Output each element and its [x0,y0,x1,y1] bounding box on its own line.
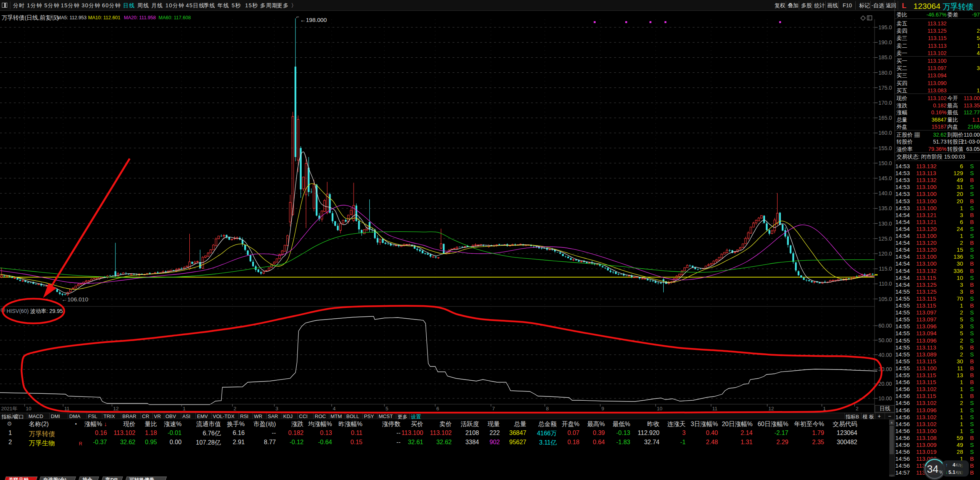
svg-text:105.0: 105.0 [878,296,892,302]
svg-text:195.0: 195.0 [878,24,892,30]
svg-text:11: 11 [712,406,718,411]
svg-text:165.0: 165.0 [878,115,892,121]
svg-text:155.0: 155.0 [878,145,892,151]
svg-text:7: 7 [492,406,495,411]
svg-text:2: 2 [234,406,236,411]
svg-text:6: 6 [436,406,439,411]
svg-text:←198.000: ←198.000 [300,17,327,23]
svg-text:10.00: 10.00 [878,395,892,401]
svg-text:175.0: 175.0 [878,85,892,91]
svg-text:5: 5 [386,406,388,411]
svg-text:160.0: 160.0 [878,130,892,136]
svg-text:115.0: 115.0 [879,266,892,272]
svg-text:8: 8 [546,406,549,411]
svg-text:1: 1 [183,406,185,411]
svg-text:12: 12 [113,406,119,411]
svg-text:50.00: 50.00 [878,337,892,343]
svg-text:10: 10 [26,406,31,411]
svg-text:125.0: 125.0 [878,236,892,242]
svg-text:180.0: 180.0 [878,70,892,76]
svg-text:185.0: 185.0 [878,54,892,60]
svg-text:20.00: 20.00 [878,381,892,387]
svg-text:135.0: 135.0 [878,205,892,211]
svg-text:12: 12 [768,406,774,411]
svg-text:120.0: 120.0 [878,251,892,257]
svg-text:2021年: 2021年 [1,406,17,411]
svg-text:140.0: 140.0 [878,190,892,196]
svg-text:9: 9 [601,406,604,411]
svg-text:日线: 日线 [880,405,890,411]
svg-text:60.00: 60.00 [878,323,892,329]
svg-text:130.0: 130.0 [878,221,892,227]
svg-text:30.00: 30.00 [878,366,892,372]
svg-text:11: 11 [64,406,70,411]
svg-text:145.0: 145.0 [878,175,892,181]
svg-text:170.0: 170.0 [878,100,892,106]
svg-text:4: 4 [333,406,336,411]
svg-text:3: 3 [275,406,278,411]
svg-text:190.0: 190.0 [878,39,892,45]
svg-text:2: 2 [856,406,858,411]
svg-text:10: 10 [657,406,662,411]
svg-text:40.00: 40.00 [878,352,892,358]
svg-text:←106.010: ←106.010 [62,296,88,303]
svg-text:110.0: 110.0 [879,281,892,287]
svg-text:150.0: 150.0 [878,160,892,166]
svg-text:1: 1 [823,406,826,411]
